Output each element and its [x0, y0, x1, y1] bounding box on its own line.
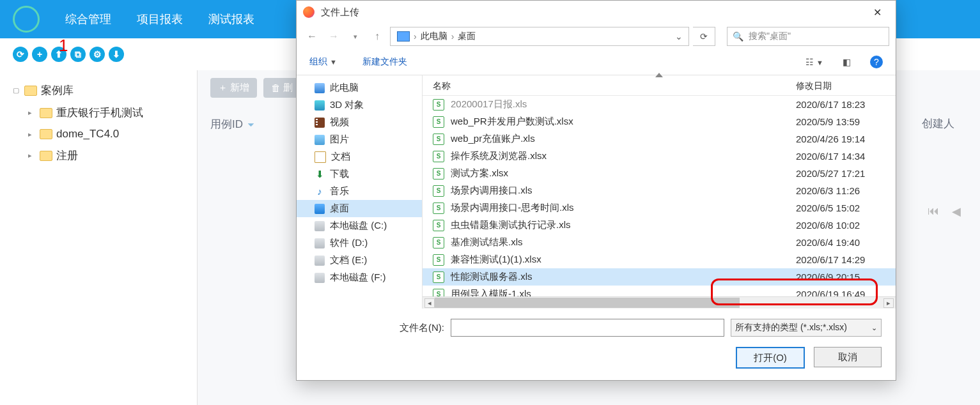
file-row[interactable]: S性能测试服务器.xls2020/6/9 20:15 [423, 268, 896, 286]
download-icon[interactable]: ⬇ [109, 47, 124, 62]
file-row[interactable]: S操作系统及浏览器.xlsx2020/6/17 14:34 [423, 148, 896, 165]
page-first-icon[interactable]: ⏮ [928, 204, 939, 218]
file-row[interactable]: S用例导入模版-1.xls2020/6/19 16:49 [423, 286, 896, 296]
desktop-icon [315, 204, 325, 214]
horizontal-scrollbar[interactable]: ◂ ▸ [423, 296, 896, 309]
spreadsheet-icon: S [433, 151, 444, 162]
tree-pictures[interactable]: 图片 [297, 131, 422, 148]
download-icon: ⬇ [315, 169, 325, 180]
firefox-icon [303, 6, 315, 18]
tree-drive-f[interactable]: 本地磁盘 (F:) [297, 269, 422, 286]
spreadsheet-icon: S [433, 168, 444, 180]
expand-icon[interactable]: ▸ [28, 151, 36, 160]
drive-icon [315, 273, 325, 283]
scrollbar-thumb[interactable] [435, 298, 740, 308]
file-row[interactable]: S20200017日报.xls2020/6/17 18:23 [423, 96, 896, 113]
file-row[interactable]: S场景内调用接口.xls2020/6/3 11:26 [423, 182, 896, 199]
gear-icon[interactable]: ⚙ [89, 47, 105, 62]
collapse-icon[interactable]: ▢ [13, 86, 20, 95]
file-name: 20200017日报.xls [451, 98, 796, 111]
tree-item-label: 重庆银行手机测试 [56, 105, 143, 120]
scroll-left-icon[interactable]: ◂ [424, 298, 435, 308]
tree-downloads[interactable]: ⬇下载 [297, 165, 422, 183]
nav-forward-icon[interactable]: → [325, 31, 343, 42]
column-caseid[interactable]: 用例ID⏷ [210, 117, 255, 132]
file-row[interactable]: S兼容性测试(1)(1).xlsx2020/6/17 14:29 [423, 251, 896, 268]
tree-videos[interactable]: 视频 [297, 114, 422, 131]
column-name[interactable]: 名称 [433, 80, 791, 92]
open-button[interactable]: 打开(O) [736, 347, 805, 369]
filter-icon[interactable]: ⏷ [247, 120, 255, 130]
image-icon [315, 135, 325, 145]
scroll-right-icon[interactable]: ▸ [883, 298, 894, 308]
tree-root-label: 案例库 [41, 83, 74, 98]
file-row[interactable]: S场景内调用接口-思考时间.xls2020/6/5 15:02 [423, 199, 896, 217]
spreadsheet-icon: S [433, 116, 444, 128]
breadcrumb-folder[interactable]: 桌面 [454, 31, 479, 42]
filetype-select[interactable]: 所有支持的类型 (*.xls;*.xlsx)⌄ [731, 319, 882, 337]
filename-field[interactable] [451, 319, 724, 337]
tree-drive-c[interactable]: 本地磁盘 (C:) [297, 217, 422, 234]
close-icon[interactable]: ✕ [862, 3, 892, 22]
add-icon[interactable]: + [32, 47, 47, 62]
tree-item[interactable]: ▸ 注册 [0, 144, 197, 167]
tree-3d-objects[interactable]: 3D 对象 [297, 96, 422, 114]
folder-tree: 此电脑 3D 对象 视频 图片 文档 ⬇下载 ♪音乐 桌面 本地磁盘 (C:) … [297, 75, 423, 309]
file-date: 2020/6/3 11:26 [796, 185, 885, 196]
nav-project-report[interactable]: 项目报表 [137, 11, 183, 27]
refresh-icon[interactable]: ⟳ [693, 27, 715, 46]
nav-back-icon[interactable]: ← [303, 31, 321, 42]
delete-button[interactable]: 🗑 删 [263, 78, 300, 98]
file-row[interactable]: S基准测试结果.xls2020/6/4 19:40 [423, 234, 896, 251]
refresh-icon[interactable]: ⟳ [13, 47, 28, 62]
expand-icon[interactable]: ▸ [28, 109, 36, 117]
new-folder-button[interactable]: 新建文件夹 [362, 56, 407, 68]
file-name: 用例导入模版-1.xls [451, 288, 796, 296]
nav-up-icon[interactable]: ↑ [368, 31, 386, 42]
file-name: 测试方案.xlsx [451, 167, 796, 180]
spreadsheet-icon: S [433, 254, 444, 266]
tree-this-pc[interactable]: 此电脑 [297, 79, 422, 96]
tree-music[interactable]: ♪音乐 [297, 183, 422, 200]
pc-icon [315, 83, 325, 93]
nav-overview[interactable]: 综合管理 [65, 11, 111, 27]
help-icon[interactable]: ? [870, 56, 883, 68]
file-row[interactable]: Sweb_pr充值账户.xls2020/4/26 19:14 [423, 130, 896, 148]
new-button[interactable]: ＋ 新增 [210, 78, 257, 98]
doc-icon [315, 151, 326, 163]
copy-icon[interactable]: ⧉ [70, 47, 86, 62]
cancel-button[interactable]: 取消 [814, 347, 882, 367]
spreadsheet-icon: S [433, 134, 444, 145]
tree-drive-e[interactable]: 文档 (E:) [297, 252, 422, 269]
search-input[interactable]: 🔍 搜索"桌面" [727, 27, 889, 46]
view-mode-icon[interactable]: ☷ ▼ [805, 57, 823, 67]
folder-icon [40, 108, 52, 118]
file-list: S20200017日报.xls2020/6/17 18:23Sweb_PR并发用… [423, 96, 896, 296]
preview-pane-icon[interactable]: ◧ [843, 57, 851, 67]
address-bar[interactable]: › 此电脑 › 桌面 ⌄ [390, 27, 689, 46]
file-date: 2020/6/4 19:40 [796, 237, 885, 248]
tree-drive-d[interactable]: 软件 (D:) [297, 234, 422, 252]
expand-icon[interactable]: ▸ [28, 130, 36, 139]
file-row[interactable]: Sweb_PR并发用户数测试.xlsx2020/5/9 13:59 [423, 113, 896, 130]
tree-item[interactable]: ▸ dome_TC4.0 [0, 124, 197, 144]
tree-desktop[interactable]: 桌面 [297, 200, 422, 217]
pc-icon [397, 31, 410, 42]
sidebar-tree: ▢ 案例库 ▸ 重庆银行手机测试 ▸ dome_TC4.0 ▸ 注册 [0, 70, 198, 405]
tree-item[interactable]: ▸ 重庆银行手机测试 [0, 102, 197, 124]
file-row[interactable]: S虫虫错题集测试执行记录.xls2020/6/8 10:02 [423, 217, 896, 234]
page-prev-icon[interactable]: ◀ [952, 204, 961, 218]
file-date: 2020/6/9 20:15 [796, 271, 885, 282]
nav-recent-icon[interactable]: ▾ [346, 33, 364, 41]
file-row[interactable]: S测试方案.xlsx2020/5/27 17:21 [423, 165, 896, 182]
annotation-marker-1: 1 [59, 36, 68, 56]
tree-root[interactable]: ▢ 案例库 [0, 79, 197, 102]
organize-menu[interactable]: 组织 ▼ [309, 56, 337, 68]
file-name: 基准测试结果.xls [451, 236, 796, 248]
column-creator[interactable]: 创建人 [922, 116, 954, 131]
tree-documents[interactable]: 文档 [297, 148, 422, 165]
breadcrumb-root[interactable]: 此电脑 [417, 31, 451, 42]
column-modified[interactable]: 修改日期 [796, 80, 885, 92]
chevron-down-icon[interactable]: ⌄ [672, 31, 686, 42]
nav-test-report[interactable]: 测试报表 [208, 11, 254, 27]
